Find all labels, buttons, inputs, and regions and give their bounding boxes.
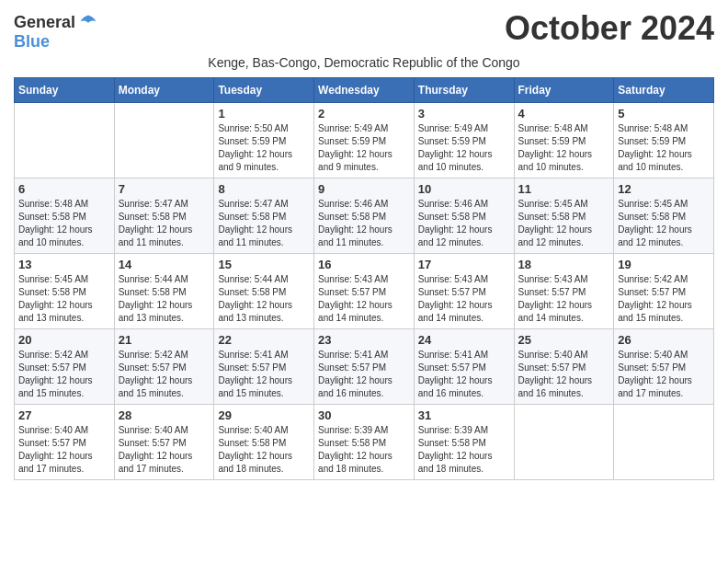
day-info: Sunrise: 5:43 AM Sunset: 5:57 PM Dayligh… <box>518 273 610 325</box>
calendar-week-4: 20Sunrise: 5:42 AM Sunset: 5:57 PM Dayli… <box>15 329 714 405</box>
day-info: Sunrise: 5:48 AM Sunset: 5:58 PM Dayligh… <box>18 198 110 249</box>
calendar-cell: 23Sunrise: 5:41 AM Sunset: 5:57 PM Dayli… <box>314 329 415 405</box>
day-number: 16 <box>318 258 410 271</box>
day-number: 9 <box>318 182 410 196</box>
header-wednesday: Wednesday <box>314 78 415 103</box>
day-info: Sunrise: 5:50 AM Sunset: 5:59 PM Dayligh… <box>218 122 310 174</box>
calendar-cell: 6Sunrise: 5:48 AM Sunset: 5:58 PM Daylig… <box>15 178 115 254</box>
day-number: 31 <box>418 408 510 422</box>
day-info: Sunrise: 5:46 AM Sunset: 5:58 PM Dayligh… <box>418 198 510 249</box>
day-info: Sunrise: 5:40 AM Sunset: 5:57 PM Dayligh… <box>518 349 610 400</box>
calendar-cell: 10Sunrise: 5:46 AM Sunset: 5:58 PM Dayli… <box>414 178 514 254</box>
day-number: 5 <box>618 107 710 121</box>
calendar-cell: 28Sunrise: 5:40 AM Sunset: 5:57 PM Dayli… <box>114 405 214 480</box>
calendar-table: SundayMondayTuesdayWednesdayThursdayFrid… <box>14 77 714 480</box>
day-info: Sunrise: 5:42 AM Sunset: 5:57 PM Dayligh… <box>119 349 210 400</box>
day-info: Sunrise: 5:42 AM Sunset: 5:57 PM Dayligh… <box>18 349 110 400</box>
logo: General Blue <box>14 13 97 52</box>
day-info: Sunrise: 5:48 AM Sunset: 5:59 PM Dayligh… <box>618 122 710 174</box>
header-thursday: Thursday <box>414 78 514 103</box>
calendar-cell: 31Sunrise: 5:39 AM Sunset: 5:58 PM Dayli… <box>414 405 514 480</box>
day-number: 11 <box>518 182 610 196</box>
calendar-cell <box>614 405 714 480</box>
calendar-cell: 9Sunrise: 5:46 AM Sunset: 5:58 PM Daylig… <box>314 178 415 254</box>
calendar-cell <box>114 103 214 178</box>
day-info: Sunrise: 5:47 AM Sunset: 5:58 PM Dayligh… <box>218 198 310 249</box>
calendar-cell: 27Sunrise: 5:40 AM Sunset: 5:57 PM Dayli… <box>15 405 115 480</box>
location-subtitle: Kenge, Bas-Congo, Democratic Republic of… <box>14 55 714 70</box>
month-title: October 2024 <box>505 9 714 48</box>
day-info: Sunrise: 5:46 AM Sunset: 5:58 PM Dayligh… <box>318 198 410 249</box>
calendar-cell: 15Sunrise: 5:44 AM Sunset: 5:58 PM Dayli… <box>214 254 314 329</box>
calendar-body: 1Sunrise: 5:50 AM Sunset: 5:59 PM Daylig… <box>15 103 714 480</box>
day-number: 21 <box>119 333 210 347</box>
day-number: 14 <box>119 258 210 271</box>
day-info: Sunrise: 5:44 AM Sunset: 5:58 PM Dayligh… <box>119 273 210 325</box>
day-info: Sunrise: 5:40 AM Sunset: 5:58 PM Dayligh… <box>218 424 310 476</box>
calendar-cell: 21Sunrise: 5:42 AM Sunset: 5:57 PM Dayli… <box>114 329 214 405</box>
day-info: Sunrise: 5:49 AM Sunset: 5:59 PM Dayligh… <box>318 122 410 174</box>
calendar-cell: 16Sunrise: 5:43 AM Sunset: 5:57 PM Dayli… <box>314 254 415 329</box>
calendar-cell: 18Sunrise: 5:43 AM Sunset: 5:57 PM Dayli… <box>514 254 614 329</box>
day-info: Sunrise: 5:45 AM Sunset: 5:58 PM Dayligh… <box>518 198 610 249</box>
calendar-cell: 19Sunrise: 5:42 AM Sunset: 5:57 PM Dayli… <box>614 254 714 329</box>
calendar-cell: 30Sunrise: 5:39 AM Sunset: 5:58 PM Dayli… <box>314 405 415 480</box>
calendar-cell: 7Sunrise: 5:47 AM Sunset: 5:58 PM Daylig… <box>114 178 214 254</box>
calendar-cell: 22Sunrise: 5:41 AM Sunset: 5:57 PM Dayli… <box>214 329 314 405</box>
calendar-cell: 29Sunrise: 5:40 AM Sunset: 5:58 PM Dayli… <box>214 405 314 480</box>
day-number: 22 <box>218 333 310 347</box>
calendar-cell: 1Sunrise: 5:50 AM Sunset: 5:59 PM Daylig… <box>214 103 314 178</box>
day-info: Sunrise: 5:48 AM Sunset: 5:59 PM Dayligh… <box>518 122 610 174</box>
calendar-cell: 5Sunrise: 5:48 AM Sunset: 5:59 PM Daylig… <box>614 103 714 178</box>
calendar-cell: 14Sunrise: 5:44 AM Sunset: 5:58 PM Dayli… <box>114 254 214 329</box>
day-number: 13 <box>18 258 110 271</box>
day-number: 18 <box>518 258 610 271</box>
day-number: 4 <box>518 107 610 121</box>
header-row: SundayMondayTuesdayWednesdayThursdayFrid… <box>15 78 714 103</box>
day-info: Sunrise: 5:43 AM Sunset: 5:57 PM Dayligh… <box>418 273 510 325</box>
calendar-header: SundayMondayTuesdayWednesdayThursdayFrid… <box>15 78 714 103</box>
day-number: 12 <box>618 182 710 196</box>
day-number: 3 <box>418 107 510 121</box>
day-number: 25 <box>518 333 610 347</box>
day-info: Sunrise: 5:45 AM Sunset: 5:58 PM Dayligh… <box>618 198 710 249</box>
calendar-week-5: 27Sunrise: 5:40 AM Sunset: 5:57 PM Dayli… <box>15 405 714 480</box>
day-number: 19 <box>618 258 710 271</box>
day-info: Sunrise: 5:40 AM Sunset: 5:57 PM Dayligh… <box>119 424 210 476</box>
day-number: 10 <box>418 182 510 196</box>
calendar-cell: 12Sunrise: 5:45 AM Sunset: 5:58 PM Dayli… <box>614 178 714 254</box>
day-number: 1 <box>218 107 310 121</box>
day-info: Sunrise: 5:45 AM Sunset: 5:58 PM Dayligh… <box>18 273 110 325</box>
calendar-cell <box>514 405 614 480</box>
day-info: Sunrise: 5:39 AM Sunset: 5:58 PM Dayligh… <box>318 424 410 476</box>
day-number: 7 <box>119 182 210 196</box>
day-info: Sunrise: 5:42 AM Sunset: 5:57 PM Dayligh… <box>618 273 710 325</box>
calendar-cell: 13Sunrise: 5:45 AM Sunset: 5:58 PM Dayli… <box>15 254 115 329</box>
page-header: General Blue October 2024 <box>14 9 714 52</box>
calendar-cell: 17Sunrise: 5:43 AM Sunset: 5:57 PM Dayli… <box>414 254 514 329</box>
calendar-week-2: 6Sunrise: 5:48 AM Sunset: 5:58 PM Daylig… <box>15 178 714 254</box>
day-info: Sunrise: 5:40 AM Sunset: 5:57 PM Dayligh… <box>618 349 710 400</box>
logo-blue-text: Blue <box>14 32 50 52</box>
day-number: 28 <box>119 408 210 422</box>
calendar-cell: 2Sunrise: 5:49 AM Sunset: 5:59 PM Daylig… <box>314 103 415 178</box>
calendar-cell: 4Sunrise: 5:48 AM Sunset: 5:59 PM Daylig… <box>514 103 614 178</box>
header-friday: Friday <box>514 78 614 103</box>
day-number: 15 <box>218 258 310 271</box>
calendar-week-1: 1Sunrise: 5:50 AM Sunset: 5:59 PM Daylig… <box>15 103 714 178</box>
day-info: Sunrise: 5:40 AM Sunset: 5:57 PM Dayligh… <box>18 424 110 476</box>
day-number: 30 <box>318 408 410 422</box>
header-sunday: Sunday <box>15 78 115 103</box>
calendar-cell: 25Sunrise: 5:40 AM Sunset: 5:57 PM Dayli… <box>514 329 614 405</box>
logo-bird-icon <box>79 14 97 32</box>
day-info: Sunrise: 5:41 AM Sunset: 5:57 PM Dayligh… <box>418 349 510 400</box>
calendar-cell: 20Sunrise: 5:42 AM Sunset: 5:57 PM Dayli… <box>15 329 115 405</box>
day-number: 2 <box>318 107 410 121</box>
calendar-cell: 3Sunrise: 5:49 AM Sunset: 5:59 PM Daylig… <box>414 103 514 178</box>
header-monday: Monday <box>114 78 214 103</box>
day-info: Sunrise: 5:44 AM Sunset: 5:58 PM Dayligh… <box>218 273 310 325</box>
day-info: Sunrise: 5:43 AM Sunset: 5:57 PM Dayligh… <box>318 273 410 325</box>
day-info: Sunrise: 5:49 AM Sunset: 5:59 PM Dayligh… <box>418 122 510 174</box>
calendar-cell: 24Sunrise: 5:41 AM Sunset: 5:57 PM Dayli… <box>414 329 514 405</box>
calendar-cell: 11Sunrise: 5:45 AM Sunset: 5:58 PM Dayli… <box>514 178 614 254</box>
